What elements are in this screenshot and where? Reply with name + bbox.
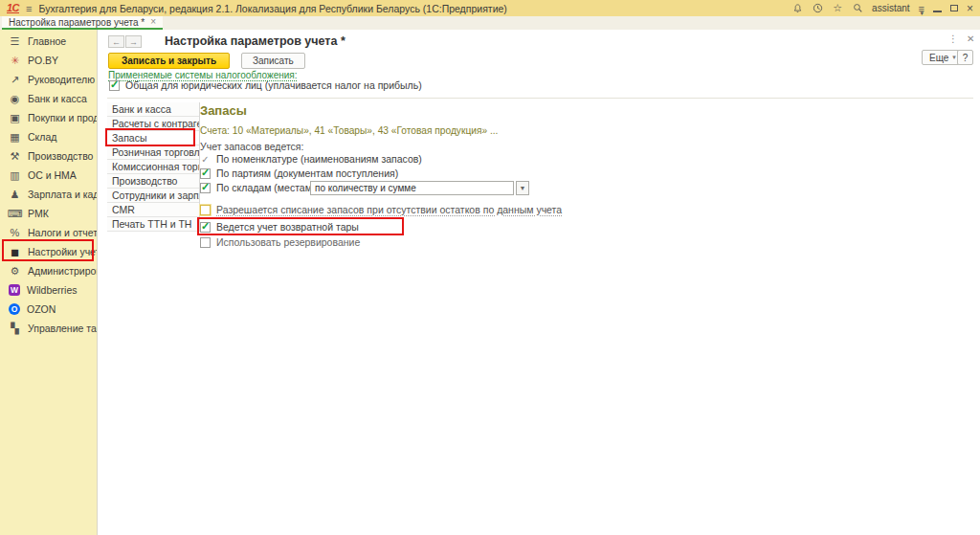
sidebar-item-label: Склад [28, 131, 56, 143]
tab-bank-cash[interactable]: Банк и касса [107, 102, 199, 117]
sidebar-item-main[interactable]: ☰Главное [0, 32, 97, 51]
tab-label: Настройка параметров учета * [9, 17, 145, 28]
form-more-icon[interactable]: ⋮ [948, 33, 958, 44]
section-divider [107, 98, 973, 99]
ozon-icon: O [9, 303, 20, 315]
tab-settings-parameters[interactable]: Настройка параметров учета * × [2, 16, 163, 30]
tax-system-checkbox-row[interactable]: Общая для юридических лиц (уплачивается … [109, 79, 422, 91]
sidebar-item-salary-hr[interactable]: ♟Зарплата и кадры [0, 185, 97, 204]
person-icon: ♟ [9, 189, 21, 201]
nomenclature-row: ✓ По номенклатуре (наименованиям запасов… [200, 153, 422, 165]
tariff-icon: ▚ [9, 323, 21, 335]
sidebar-item-label: ОС и НМА [28, 169, 77, 181]
accounts-link[interactable]: Счета: 10 «Материалы», 41 «Товары», 43 «… [200, 125, 498, 136]
panel-intro-label: Учет запасов ведется: [200, 141, 303, 152]
sidebar-item-label: Производство [28, 150, 93, 162]
chevron-down-icon: ▾ [952, 54, 956, 61]
current-user[interactable]: assistant [872, 3, 909, 13]
main-menu-icon: ☰ [9, 35, 21, 48]
sidebar-item-po-by[interactable]: ✳PO.BY [0, 51, 97, 70]
gear-icon: ⚙ [9, 265, 21, 278]
taxes-icon: % [9, 227, 21, 239]
tab-close-icon[interactable]: × [150, 17, 156, 27]
factory-icon: ⚒ [9, 150, 21, 163]
save-button[interactable]: Записать [241, 53, 305, 69]
save-and-close-button[interactable]: Записать и закрыть [108, 53, 230, 69]
reservation-checkbox-row[interactable]: Использовать резервирование [200, 236, 360, 248]
cash-register-icon: ⌨ [9, 208, 21, 220]
checkbox-label: Ведется учет возвратной тары [216, 221, 359, 233]
sidebar-item-manager[interactable]: ↗Руководителю [0, 70, 97, 89]
tab-bar: Настройка параметров учета * × [0, 16, 980, 30]
checkbox-checked-icon[interactable] [109, 80, 120, 91]
main-menu-icon[interactable]: ≡▾ [919, 3, 924, 14]
sidebar-item-label: Руководителю [28, 74, 95, 85]
sidebar-item-wildberries[interactable]: WWildberries [0, 280, 97, 300]
settings-tab-list: Банк и касса Расчеты с контрагентами Зап… [107, 102, 200, 232]
hamburger-icon[interactable]: ≡ [26, 3, 32, 14]
checkbox-unchecked-icon[interactable] [200, 205, 211, 215]
help-button[interactable]: ? [957, 50, 973, 65]
sidebar-item-ozon[interactable]: OOZON [0, 300, 97, 319]
sidebar-item-label: Настройки учета [28, 246, 105, 257]
warehouse-mode-select[interactable]: по количеству и сумме [310, 181, 514, 195]
sidebar-item-label: Главное [28, 35, 66, 47]
tab-print-ttn[interactable]: Печать ТТН и ТН [107, 217, 199, 232]
search-icon[interactable] [852, 3, 863, 14]
nav-forward-button[interactable]: → [125, 35, 142, 48]
favorites-star-icon[interactable]: ☆ [832, 3, 843, 14]
shopping-cart-icon: ▣ [9, 112, 21, 124]
returnable-packaging-checkbox-row[interactable]: Ведется учет возвратной тары [200, 221, 359, 233]
tab-cmr[interactable]: CMR [107, 203, 199, 217]
checkbox-checked-icon[interactable] [200, 183, 211, 193]
checkbox-checked-icon[interactable] [200, 168, 211, 179]
sidebar-item-purchases-sales[interactable]: ▣Покупки и продажи [0, 108, 97, 127]
manager-chart-icon: ↗ [9, 74, 21, 86]
wildberries-icon: W [9, 284, 20, 296]
sidebar-item-label: Wildberries [27, 284, 78, 296]
app-title: Бухгалтерия для Беларуси, редакция 2.1. … [38, 3, 506, 14]
history-clock-icon[interactable] [812, 3, 823, 14]
sidebar-item-label: PO.BY [28, 55, 58, 66]
window-close-icon[interactable]: × [967, 2, 973, 15]
minimize-icon[interactable] [933, 11, 942, 12]
tab-retail[interactable]: Розничная торговля [107, 145, 199, 160]
tab-employees-salary[interactable]: Сотрудники и зарплата [107, 189, 199, 203]
sidebar-item-administration[interactable]: ⚙Администрирование [0, 261, 97, 280]
restore-icon[interactable] [950, 5, 958, 11]
sidebar-item-accounting-settings[interactable]: ◼Настройки учета [0, 242, 97, 261]
check-tick-icon: ✓ [200, 154, 211, 165]
sidebar-item-taxes[interactable]: %Налоги и отчетность [0, 223, 97, 242]
notifications-bell-icon[interactable] [791, 3, 803, 14]
form-close-icon[interactable]: ✕ [967, 33, 974, 44]
nav-back-button[interactable]: ← [108, 35, 124, 48]
checkbox-label: Использовать резервирование [216, 236, 360, 248]
dropdown-caret-icon[interactable]: ▼ [516, 181, 529, 195]
checkbox-unchecked-icon[interactable] [200, 237, 211, 248]
sidebar-item-production[interactable]: ⚒Производство [0, 146, 97, 166]
batches-checkbox-row[interactable]: По партиям (документам поступления) [200, 167, 398, 179]
sidebar-item-label: РМК [28, 208, 49, 219]
settings-form: ← → Настройка параметров учета * ⋮ ✕ Зап… [97, 30, 980, 535]
warehouse-icon: ▦ [9, 131, 21, 144]
truck-icon: ▥ [9, 169, 21, 182]
tab-commission[interactable]: Комиссионная торговля [107, 160, 199, 174]
checkbox-checked-icon[interactable] [200, 222, 211, 233]
sidebar-item-tariff[interactable]: ▚Управление тарифом [0, 319, 97, 338]
tab-inventory[interactable]: Запасы [107, 131, 199, 145]
sidebar-item-label: OZON [27, 303, 56, 315]
bank-cash-icon: ◉ [9, 93, 21, 105]
sidebar-item-bank-cash[interactable]: ◉Банк и касса [0, 89, 97, 108]
titlebar: 1С ≡ Бухгалтерия для Беларуси, редакция … [0, 0, 980, 16]
sidebar-item-warehouse[interactable]: ▦Склад [0, 127, 97, 146]
row-label: По номенклатуре (наименованиям запасов) [216, 153, 422, 165]
tab-contractors[interactable]: Расчеты с контрагентами [107, 117, 199, 131]
app-window: 1С ≡ Бухгалтерия для Беларуси, редакция … [0, 0, 980, 535]
settings-book-icon: ◼ [9, 246, 21, 258]
sidebar-item-os-nma[interactable]: ▥ОС и НМА [0, 166, 97, 185]
tab-production[interactable]: Производство [107, 174, 199, 189]
sidebar-item-rmk[interactable]: ⌨РМК [0, 204, 97, 223]
writeoff-checkbox-row[interactable]: Разрешается списание запасов при отсутст… [200, 204, 562, 215]
panel-heading: Запасы [200, 103, 247, 118]
page-title: Настройка параметров учета * [165, 34, 345, 48]
